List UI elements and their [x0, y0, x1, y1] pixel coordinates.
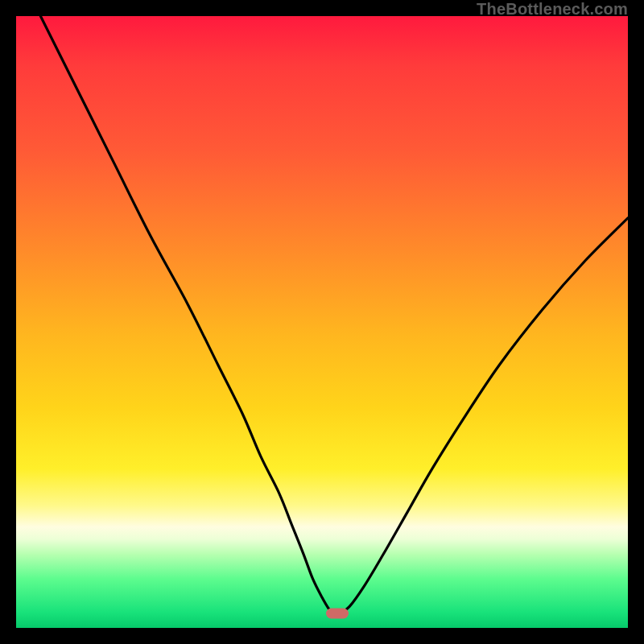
- chart-plot-area: [16, 16, 628, 628]
- chart-curve-svg: [16, 16, 628, 628]
- chart-frame: TheBottleneck.com: [0, 0, 644, 644]
- optimum-marker: [326, 608, 349, 618]
- bottleneck-curve: [40, 16, 628, 614]
